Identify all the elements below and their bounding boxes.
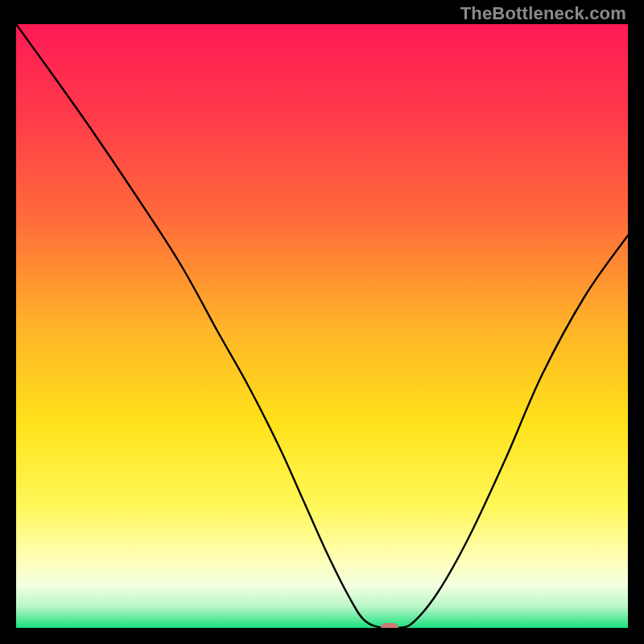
plot-area xyxy=(16,24,628,628)
watermark-text: TheBottleneck.com xyxy=(460,3,626,24)
chart-frame: TheBottleneck.com xyxy=(0,0,644,644)
optimal-marker xyxy=(381,623,398,628)
bottleneck-curve xyxy=(16,24,628,628)
